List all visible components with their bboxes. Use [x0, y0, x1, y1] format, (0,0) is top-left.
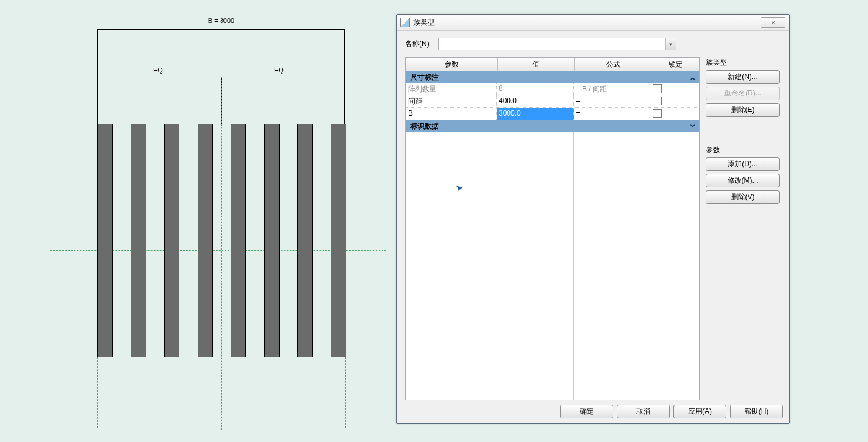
eq-label-left: EQ	[153, 67, 163, 74]
dialog-buttons: 确定 取消 应用(A) 帮助(H)	[405, 405, 783, 418]
array-bar	[264, 124, 280, 357]
param-value[interactable]: 8	[497, 83, 574, 95]
param-value[interactable]: 3000.0	[497, 108, 574, 120]
add-param-button[interactable]: 添加(D)...	[706, 157, 780, 171]
param-formula[interactable]: =	[574, 95, 651, 107]
app-icon	[400, 18, 410, 27]
type-name-combo[interactable]: ▾	[438, 38, 676, 50]
param-value[interactable]: 400.0	[497, 95, 574, 107]
array-bar	[164, 124, 179, 357]
param-lock[interactable]	[650, 83, 699, 95]
table-row[interactable]: 间距400.0=	[406, 95, 699, 108]
family-types-dialog: 族类型 ⨉ 名称(N): ▾ 参数 值 公式 锁定 尺寸标注 ︽	[396, 14, 790, 424]
col-param[interactable]: 参数	[406, 58, 498, 71]
side-title-family-types: 族类型	[706, 58, 780, 68]
array-bar	[131, 124, 146, 357]
checkbox-icon[interactable]	[653, 109, 662, 118]
dialog-title: 族类型	[413, 18, 761, 28]
param-formula[interactable]: =	[574, 108, 651, 120]
type-name-label: 名称(N):	[405, 39, 431, 49]
titlebar[interactable]: 族类型 ⨉	[397, 15, 789, 31]
array-bar	[231, 124, 246, 357]
group-identity[interactable]: 标识数据 ︾	[406, 120, 699, 132]
family-editor-canvas: B = 3000 EQ EQ	[0, 0, 383, 442]
array-bar	[97, 124, 113, 357]
param-name[interactable]: B	[406, 108, 497, 120]
checkbox-icon[interactable]	[653, 97, 662, 105]
col-lock[interactable]: 锁定	[652, 58, 699, 71]
rename-type-button: 重命名(R)...	[706, 87, 780, 100]
help-button[interactable]: 帮助(H)	[730, 405, 783, 418]
array-bars	[97, 124, 345, 356]
cancel-button[interactable]: 取消	[617, 405, 670, 418]
apply-button[interactable]: 应用(A)	[673, 405, 726, 418]
array-bar	[297, 124, 313, 357]
param-name[interactable]: 间距	[406, 95, 497, 107]
table-row[interactable]: B3000.0=	[406, 108, 699, 120]
side-title-parameters: 参数	[706, 145, 780, 155]
ref-plane-left	[97, 357, 98, 428]
param-lock[interactable]	[650, 95, 699, 107]
param-name[interactable]: 阵列数量	[406, 83, 497, 95]
expand-icon: ︾	[690, 123, 696, 131]
col-value[interactable]: 值	[498, 58, 575, 71]
ref-plane-right	[345, 357, 346, 428]
parameter-grid: 参数 值 公式 锁定 尺寸标注 ︽ 阵列数量8= B / 间距间距400.0=B…	[405, 57, 700, 400]
group-dimensions[interactable]: 尺寸标注 ︽	[406, 71, 699, 83]
remove-param-button[interactable]: 删除(V)	[706, 190, 780, 204]
table-row[interactable]: 阵列数量8= B / 间距	[406, 83, 699, 95]
new-type-button[interactable]: 新建(N)...	[706, 70, 780, 84]
param-lock[interactable]	[650, 108, 699, 120]
param-formula[interactable]: = B / 间距	[574, 83, 651, 95]
type-name-row: 名称(N): ▾	[405, 38, 783, 50]
chevron-down-icon[interactable]: ▾	[665, 38, 676, 50]
modify-param-button[interactable]: 修改(M)...	[706, 174, 780, 187]
close-button[interactable]: ⨉	[761, 17, 785, 28]
delete-type-button[interactable]: 删除(E)	[706, 103, 780, 117]
grid-header: 参数 值 公式 锁定	[406, 58, 699, 71]
dimension-b-line	[97, 29, 345, 37]
array-bar	[198, 124, 213, 357]
ok-button[interactable]: 确定	[560, 405, 613, 418]
checkbox-icon[interactable]	[653, 84, 662, 93]
side-panel: 族类型 新建(N)... 重命名(R)... 删除(E) 参数 添加(D)...…	[706, 57, 780, 400]
col-formula[interactable]: 公式	[575, 58, 652, 71]
dimension-b-label: B = 3000	[97, 17, 345, 24]
array-bar	[331, 124, 346, 357]
grid-empty-area	[406, 132, 699, 400]
collapse-icon: ︽	[690, 74, 696, 82]
eq-label-right: EQ	[274, 67, 284, 74]
